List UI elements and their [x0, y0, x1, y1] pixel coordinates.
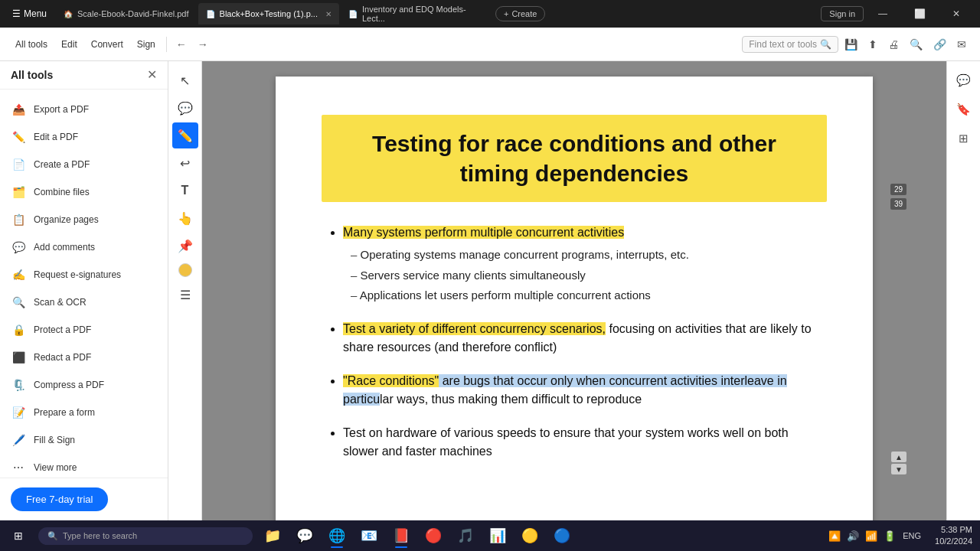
email-button[interactable]: ✉: [952, 35, 971, 54]
sidebar-item-label: Fill & Sign: [34, 435, 75, 445]
sidebar-item-redact[interactable]: ⬛ Redact a PDF: [0, 344, 168, 371]
pdf-page: Testing for race conditions and other ti…: [276, 77, 873, 520]
tray-network[interactable]: 📶: [863, 522, 880, 549]
tab-inventory[interactable]: 📄 Inventory and EDQ Models- Lect...: [341, 3, 494, 24]
taskbar-search[interactable]: 🔍 Type here to search: [38, 527, 253, 545]
restore-button[interactable]: ⬜: [902, 3, 937, 24]
create-button[interactable]: + Create: [495, 6, 545, 21]
tray-volume[interactable]: 🔊: [844, 522, 861, 549]
taskbar-app7[interactable]: 🎵: [450, 522, 481, 549]
sub-list-item: Operating systems manage concurrent prog…: [351, 246, 827, 264]
color-picker[interactable]: [178, 263, 192, 277]
bookmark-panel-button[interactable]: 🔖: [951, 96, 977, 122]
sidebar-item-label: Create a PDF: [34, 159, 90, 170]
sidebar-close-button[interactable]: ✕: [147, 69, 157, 81]
sidebar-item-label: Scan & OCR: [34, 297, 87, 308]
share-button[interactable]: ⬆: [864, 35, 882, 54]
taskbar-acrobat[interactable]: 📕: [386, 522, 416, 549]
toolbar-separator: [166, 37, 167, 52]
sidebar-item-label: Combine files: [34, 187, 90, 197]
sidebar-item-create[interactable]: 📄 Create a PDF: [0, 151, 168, 178]
taskbar-chat[interactable]: 💬: [289, 522, 320, 549]
title-bar: ☰ Menu 🏠 Scale-Ebook-David-Finkel.pdf 📄 …: [0, 0, 980, 28]
tab-close-button[interactable]: ✕: [325, 10, 332, 18]
sidebar-item-fill[interactable]: 🖊️ Fill & Sign: [0, 426, 168, 454]
redact-icon: ⬛: [11, 350, 26, 365]
select-tool-button[interactable]: ↖: [172, 67, 198, 93]
highlight-tool-button[interactable]: ✏️: [172, 122, 198, 148]
more-tools-button[interactable]: ☰: [172, 282, 198, 308]
taskbar-edge[interactable]: 🌐: [322, 522, 352, 549]
sidebar-item-organize[interactable]: 📋 Organize pages: [0, 206, 168, 233]
window-controls: Sign in — ⬜ ✕: [821, 3, 974, 24]
pdf-viewer[interactable]: 29 39 ▲ ▼ Testing for race conditions an…: [202, 61, 946, 520]
taskbar-mail[interactable]: 📧: [354, 522, 384, 549]
edit-button[interactable]: Edit: [55, 36, 83, 53]
search-placeholder: Type here to search: [63, 531, 137, 540]
sidebar-header: All tools ✕: [0, 61, 168, 90]
back-button[interactable]: ←: [172, 35, 191, 54]
sidebar-item-compress[interactable]: 🗜️ Compress a PDF: [0, 371, 168, 399]
sidebar-item-comments[interactable]: 💬 Add comments: [0, 233, 168, 261]
stamp-tool-button[interactable]: 👆: [172, 205, 198, 231]
menu-button[interactable]: ☰ Menu: [6, 5, 53, 22]
grid-panel-button[interactable]: ⊞: [951, 126, 977, 152]
right-panel: 💬 🔖 ⊞: [946, 61, 980, 520]
tab-bar: 🏠 Scale-Ebook-David-Finkel.pdf 📄 Black+B…: [56, 3, 818, 24]
sidebar-item-edit[interactable]: ✏️ Edit a PDF: [0, 123, 168, 151]
print-button[interactable]: 🖨: [884, 35, 903, 54]
forward-button[interactable]: →: [193, 35, 213, 54]
chat-panel-button[interactable]: 💬: [951, 67, 977, 93]
sidebar-item-more[interactable]: ⋯ View more: [0, 454, 168, 478]
sign-button[interactable]: Sign: [131, 36, 162, 53]
tab-scale-ebook[interactable]: 🏠 Scale-Ebook-David-Finkel.pdf: [56, 3, 197, 24]
tab-black-box[interactable]: 📄 Black+Box+Testing (1).p... ✕: [198, 3, 339, 24]
find-bar[interactable]: Find text or tools 🔍: [742, 36, 838, 53]
sidebar-item-label: Redact a PDF: [34, 352, 91, 363]
taskbar-app10[interactable]: 🔵: [547, 522, 577, 549]
taskbar-explorer[interactable]: 📁: [257, 522, 288, 549]
sign-in-button[interactable]: Sign in: [821, 6, 864, 21]
close-button[interactable]: ✕: [939, 3, 974, 24]
link-button[interactable]: 🔗: [929, 35, 951, 54]
sidebar-item-protect[interactable]: 🔒 Protect a PDF: [0, 316, 168, 344]
sidebar-item-form[interactable]: 📝 Prepare a form: [0, 399, 168, 426]
sidebar-item-label: Request e-signatures: [34, 269, 121, 280]
sidebar-title: All tools: [11, 69, 53, 81]
sidebar-item-esign[interactable]: ✍️ Request e-signatures: [0, 261, 168, 289]
scroll-up-button[interactable]: ▲: [891, 452, 906, 462]
save-button[interactable]: 💾: [840, 35, 862, 54]
start-button[interactable]: ⊞: [3, 522, 34, 549]
scroll-down-button[interactable]: ▼: [891, 464, 906, 474]
tray-chevron[interactable]: 🔼: [826, 522, 843, 549]
list-item: Many systems perform multiple concurrent…: [343, 223, 827, 305]
sidebar-item-export[interactable]: 📤 Export a PDF: [0, 96, 168, 123]
sidebar-item-label: Organize pages: [34, 214, 99, 225]
form-icon: 📝: [11, 405, 26, 420]
comment-tool-button[interactable]: 💬: [172, 95, 198, 121]
esign-icon: ✍️: [11, 267, 26, 282]
sidebar-item-combine[interactable]: 🗂️ Combine files: [0, 178, 168, 206]
page-number-29: 29: [890, 184, 906, 195]
minimize-button[interactable]: —: [865, 3, 900, 24]
compress-icon: 🗜️: [11, 377, 26, 393]
sidebar-item-label: Prepare a form: [34, 407, 95, 418]
sidebar: All tools ✕ 📤 Export a PDF ✏️ Edit a PDF…: [0, 61, 168, 520]
textbox-tool-button[interactable]: T: [172, 178, 198, 204]
zoom-button[interactable]: 🔍: [905, 35, 927, 54]
tray-battery[interactable]: 🔋: [881, 522, 898, 549]
sidebar-item-scan[interactable]: 🔍 Scan & OCR: [0, 289, 168, 316]
undo-button[interactable]: ↩: [172, 150, 198, 176]
sub-list: Operating systems manage concurrent prog…: [343, 246, 827, 305]
convert-button[interactable]: Convert: [85, 36, 129, 53]
all-tools-button[interactable]: All tools: [9, 36, 54, 53]
taskbar-app6[interactable]: 🔴: [418, 522, 449, 549]
taskbar-app9[interactable]: 🟡: [514, 522, 545, 549]
quote-highlighted-text: "Race conditions": [343, 374, 439, 387]
trial-button[interactable]: Free 7-day trial: [11, 487, 108, 511]
taskbar-app8[interactable]: 📊: [482, 522, 513, 549]
scan-icon: 🔍: [11, 295, 26, 310]
taskbar-clock[interactable]: 5:38 PM 10/2/2024: [930, 524, 977, 548]
find-text: Find text or tools: [749, 39, 817, 50]
pin-tool-button[interactable]: 📌: [172, 233, 198, 259]
